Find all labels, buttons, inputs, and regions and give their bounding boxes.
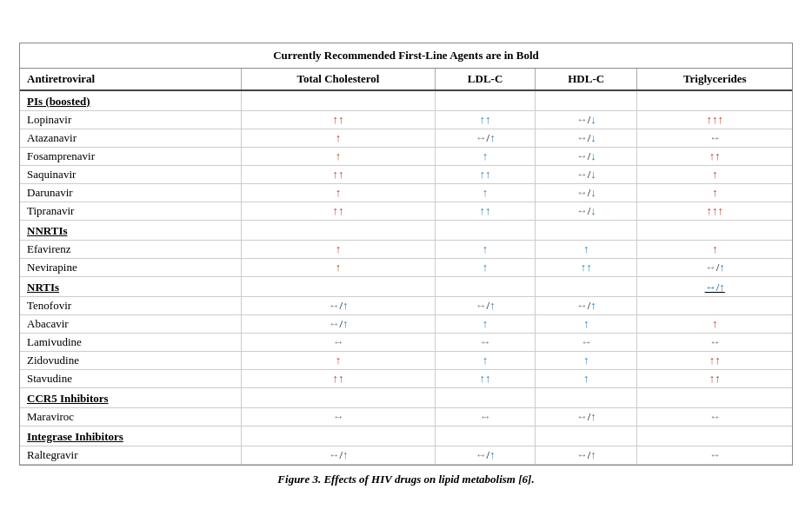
drug-name: Raltegravir <box>20 446 241 465</box>
drug-tc: ↑↑ <box>241 111 436 129</box>
drug-name: Tipranavir <box>20 202 241 221</box>
drug-hdl: ↑ <box>535 241 637 259</box>
section-ldl <box>436 90 536 111</box>
section-name: Integrase Inhibitors <box>20 427 241 446</box>
drug-tg: ↔/↑ <box>637 259 792 277</box>
drug-tc: ↑↑ <box>241 202 436 221</box>
drug-hdl: ↑↑ <box>535 259 637 277</box>
drug-ldl: ↑ <box>436 241 536 259</box>
drug-name: Zidovudine <box>20 352 241 370</box>
drug-name: Stavudine <box>20 370 241 388</box>
section-name: NRTIs <box>20 277 241 297</box>
section-tg <box>637 427 792 446</box>
drug-tc: ↑↑ <box>241 166 436 184</box>
drug-tg <box>637 297 792 315</box>
drug-tc: ↑ <box>241 184 436 202</box>
section-tc <box>241 388 436 408</box>
section-header-row: PIs (boosted) <box>20 90 792 111</box>
col-ldl-c: LDL-C <box>436 69 536 90</box>
drug-hdl: ↑ <box>535 315 637 334</box>
drug-tc: ↔/↑ <box>241 315 436 334</box>
section-tg <box>637 221 792 241</box>
section-ldl <box>436 388 536 408</box>
table-row: Darunavir ↑ ↑ ↔/↓ ↑ <box>20 184 792 202</box>
table-row: Abacavir ↔/↑ ↑ ↑ ↑ <box>20 315 792 334</box>
drug-hdl: ↔/↑ <box>535 446 637 465</box>
drug-tg: ↑ <box>637 166 792 184</box>
drug-tc: ↔ <box>241 408 436 427</box>
section-hdl <box>535 427 637 446</box>
table-row: Lamivudine ↔ ↔ ↔ ↔ <box>20 334 792 352</box>
drug-hdl: ↔/↑ <box>535 408 637 427</box>
drug-hdl: ↔/↓ <box>535 184 637 202</box>
drug-tg: ↑↑↑ <box>637 202 792 221</box>
table-row: Fosamprenavir ↑ ↑ ↔/↓ ↑↑ <box>20 148 792 166</box>
drug-hdl: ↔/↓ <box>535 111 637 129</box>
main-table-container: Currently Recommended First-Line Agents … <box>19 43 793 466</box>
drug-tg: ↔ <box>637 129 792 148</box>
section-name: CCR5 Inhibitors <box>20 388 241 408</box>
table-row: Atazanavir ↑ ↔/↑ ↔/↓ ↔ <box>20 129 792 148</box>
drug-ldl: ↔/↑ <box>436 129 536 148</box>
drug-tg: ↑ <box>637 241 792 259</box>
col-triglycerides: Triglycerides <box>637 69 792 90</box>
table-row: Zidovudine ↑ ↑ ↑ ↑↑ <box>20 352 792 370</box>
table-row: Tenofovir ↔/↑ ↔/↑ ↔/↑ <box>20 297 792 315</box>
drug-ldl: ↑ <box>436 352 536 370</box>
section-ldl <box>436 221 536 241</box>
table-row: Maraviroc ↔ ↔ ↔/↑ ↔ <box>20 408 792 427</box>
section-tg <box>637 90 792 111</box>
section-name: PIs (boosted) <box>20 90 241 111</box>
drug-name: Abacavir <box>20 315 241 334</box>
drug-ldl: ↑ <box>436 259 536 277</box>
drug-hdl: ↑ <box>535 370 637 388</box>
section-tg: ↔/↑ <box>637 277 792 297</box>
drug-ldl: ↔ <box>436 334 536 352</box>
drug-name: Nevirapine <box>20 259 241 277</box>
drug-tg: ↔ <box>637 446 792 465</box>
section-header-row: Integrase Inhibitors <box>20 427 792 446</box>
table-row: Stavudine ↑↑ ↑↑ ↑ ↑↑ <box>20 370 792 388</box>
drug-tc: ↑ <box>241 129 436 148</box>
table-row: Tipranavir ↑↑ ↑↑ ↔/↓ ↑↑↑ <box>20 202 792 221</box>
table-row: Lopinavir ↑↑ ↑↑ ↔/↓ ↑↑↑ <box>20 111 792 129</box>
section-tc <box>241 221 436 241</box>
section-hdl <box>535 90 637 111</box>
drug-tg: ↑ <box>637 184 792 202</box>
drug-tc: ↑ <box>241 259 436 277</box>
section-header-row: NRTIs ↔/↑ <box>20 277 792 297</box>
drug-hdl: ↑ <box>535 352 637 370</box>
drug-hdl: ↔/↓ <box>535 166 637 184</box>
section-header-row: CCR5 Inhibitors <box>20 388 792 408</box>
drug-ldl: ↔ <box>436 408 536 427</box>
section-hdl <box>535 221 637 241</box>
drug-ldl: ↑ <box>436 184 536 202</box>
drug-hdl: ↔/↓ <box>535 148 637 166</box>
table-row: Efavirenz ↑ ↑ ↑ ↑ <box>20 241 792 259</box>
drug-ldl: ↑ <box>436 315 536 334</box>
table-row: Saquinavir ↑↑ ↑↑ ↔/↓ ↑ <box>20 166 792 184</box>
section-hdl <box>535 277 637 297</box>
drug-ldl: ↑↑ <box>436 202 536 221</box>
drug-tg: ↑↑↑ <box>637 111 792 129</box>
drug-tg: ↑↑ <box>637 352 792 370</box>
section-tg <box>637 388 792 408</box>
drug-tc: ↑ <box>241 148 436 166</box>
section-ldl <box>436 427 536 446</box>
drug-tc: ↑↑ <box>241 370 436 388</box>
drug-tc: ↔/↑ <box>241 446 436 465</box>
section-header-row: NNRTIs <box>20 221 792 241</box>
section-name: NNRTIs <box>20 221 241 241</box>
drug-ldl: ↔/↑ <box>436 446 536 465</box>
drug-hdl: ↔/↓ <box>535 202 637 221</box>
drug-name: Tenofovir <box>20 297 241 315</box>
drug-name: Saquinavir <box>20 166 241 184</box>
drug-tc: ↑ <box>241 241 436 259</box>
section-tc <box>241 90 436 111</box>
drug-hdl: ↔ <box>535 334 637 352</box>
drug-name: Fosamprenavir <box>20 148 241 166</box>
drug-tg: ↔ <box>637 334 792 352</box>
section-ldl <box>436 277 536 297</box>
drug-name: Maraviroc <box>20 408 241 427</box>
drug-tg: ↑↑ <box>637 370 792 388</box>
